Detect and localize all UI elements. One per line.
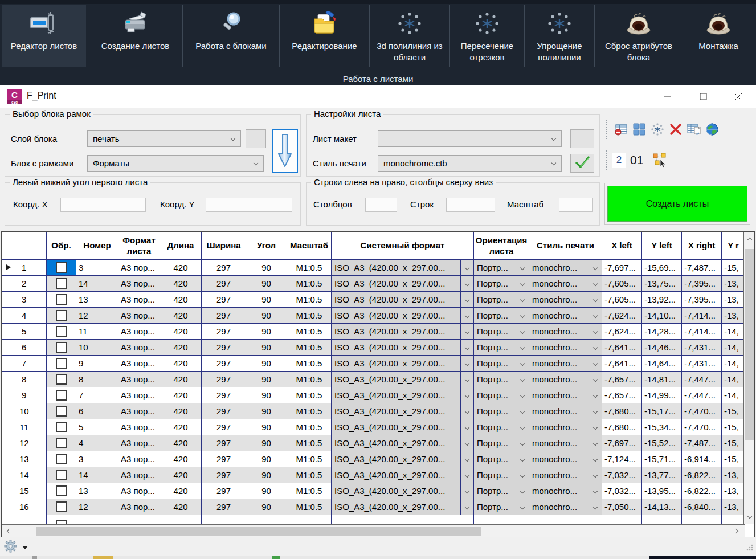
chevron-down-icon[interactable] bbox=[589, 356, 602, 371]
chevron-down-icon[interactable] bbox=[460, 483, 473, 499]
chevron-down-icon[interactable] bbox=[516, 467, 529, 483]
cell-print-style[interactable]: monochro... bbox=[529, 356, 602, 372]
chevron-down-icon[interactable] bbox=[516, 340, 529, 355]
cell-print-style[interactable]: monochro... bbox=[529, 387, 602, 403]
chevron-down-icon[interactable] bbox=[460, 324, 473, 339]
cell-orientation[interactable]: Портр... bbox=[474, 260, 529, 276]
cell-scale[interactable]: М1:0.5 bbox=[287, 419, 332, 435]
cell-y-left[interactable]: -15,52... bbox=[642, 435, 682, 451]
cell-angle[interactable]: 90 bbox=[246, 324, 287, 340]
row-checkbox[interactable] bbox=[56, 422, 67, 432]
cell-orientation[interactable]: Портр... bbox=[474, 451, 529, 467]
cell-y-right[interactable]: -13, bbox=[722, 483, 745, 499]
table-vscrollbar[interactable] bbox=[743, 232, 754, 524]
chevron-down-icon[interactable] bbox=[589, 435, 602, 451]
checkbox-cell[interactable] bbox=[47, 340, 76, 356]
cell-x-left[interactable]: -7,032... bbox=[602, 467, 642, 483]
cell-x-left[interactable]: -7,050... bbox=[602, 499, 642, 515]
cell-format[interactable]: А3 пор... bbox=[118, 451, 160, 467]
cell-length[interactable]: 420 bbox=[160, 419, 202, 435]
chevron-down-icon[interactable] bbox=[460, 499, 473, 515]
cell-orientation[interactable]: Портр... bbox=[474, 324, 529, 340]
cell-x-left[interactable]: -7,641... bbox=[602, 356, 642, 372]
cell-scale[interactable]: М1:0.5 bbox=[287, 372, 332, 387]
cell-y-left[interactable]: -15,17... bbox=[642, 403, 682, 419]
cell-print-style[interactable]: monochro... bbox=[529, 499, 602, 515]
chevron-down-icon[interactable] bbox=[516, 499, 529, 515]
cell-nomer[interactable]: 11 bbox=[76, 324, 118, 340]
cell-print-style[interactable]: monochro... bbox=[529, 324, 602, 340]
apply-block-arrow-button[interactable] bbox=[272, 129, 298, 173]
resize-grip[interactable] bbox=[746, 544, 754, 554]
cell-system-format[interactable]: ISO_A3_(420.00_x_297.00... bbox=[332, 483, 474, 499]
cell-orientation[interactable]: Портр... bbox=[474, 387, 529, 403]
chevron-down-icon[interactable] bbox=[589, 276, 602, 291]
cell-length[interactable]: 420 bbox=[160, 483, 202, 499]
ribbon-button-1[interactable]: Создание листов bbox=[90, 5, 181, 67]
cell-y-left[interactable]: -13,95... bbox=[642, 483, 682, 499]
cell-length[interactable]: 420 bbox=[160, 324, 202, 340]
cell-x-left[interactable]: -7,624... bbox=[602, 324, 642, 340]
row-checkbox[interactable] bbox=[56, 438, 67, 448]
cell-x-right[interactable]: -7,470... bbox=[682, 419, 722, 435]
cell-width[interactable]: 297 bbox=[202, 403, 246, 419]
cell-x-left[interactable]: -7,657... bbox=[602, 387, 642, 403]
cell-width[interactable]: 297 bbox=[202, 467, 246, 483]
chevron-down-icon[interactable] bbox=[589, 292, 602, 307]
node-edit-icon[interactable] bbox=[652, 153, 667, 168]
cell-scale[interactable]: М1:0.5 bbox=[287, 499, 332, 515]
cell-nomer[interactable]: 13 bbox=[76, 292, 118, 308]
row-header-cell[interactable]: 3 bbox=[2, 292, 47, 308]
chevron-down-icon[interactable] bbox=[589, 387, 602, 403]
cell-system-format[interactable]: ISO_A3_(420.00_x_297.00... bbox=[332, 324, 474, 340]
cell-scale[interactable]: М1:0.5 bbox=[287, 260, 332, 276]
checkbox-cell[interactable] bbox=[47, 260, 76, 276]
chevron-down-icon[interactable] bbox=[460, 435, 473, 451]
column-header-Длина[interactable]: Длина bbox=[160, 232, 202, 260]
cell-print-style[interactable]: monochro... bbox=[529, 403, 602, 419]
cell-format[interactable]: А3 пор... bbox=[118, 260, 160, 276]
row-checkbox[interactable] bbox=[56, 374, 67, 385]
scroll-right-arrow[interactable] bbox=[730, 525, 742, 537]
row-checkbox[interactable] bbox=[56, 262, 67, 273]
cell-nomer[interactable]: 14 bbox=[76, 276, 118, 292]
row-checkbox[interactable] bbox=[56, 501, 67, 512]
chevron-down-icon[interactable] bbox=[460, 372, 473, 387]
cell-angle[interactable]: 90 bbox=[246, 276, 287, 292]
cell-x-left[interactable]: -7,657... bbox=[602, 372, 642, 387]
cell-length[interactable]: 420 bbox=[160, 467, 202, 483]
chevron-down-icon[interactable] bbox=[460, 340, 473, 355]
column-header-Системный формат[interactable]: Системный формат bbox=[332, 232, 474, 260]
cell-print-style[interactable]: monochro... bbox=[529, 419, 602, 435]
cell-nomer[interactable]: 8 bbox=[76, 372, 118, 387]
cell-angle[interactable]: 90 bbox=[246, 340, 287, 356]
cell-scale[interactable]: М1:0.5 bbox=[287, 356, 332, 372]
chevron-down-icon[interactable] bbox=[589, 403, 602, 419]
cell-orientation[interactable]: Портр... bbox=[474, 356, 529, 372]
cell-orientation[interactable]: Портр... bbox=[474, 403, 529, 419]
globe-icon[interactable] bbox=[705, 122, 720, 137]
frame-block-combo[interactable]: Форматы bbox=[87, 155, 264, 172]
titlebar[interactable]: Cc3d F_Print bbox=[0, 85, 756, 108]
cell-length[interactable]: 420 bbox=[160, 308, 202, 324]
cell-print-style[interactable]: monochro... bbox=[529, 340, 602, 356]
cell-width[interactable]: 297 bbox=[202, 308, 246, 324]
cell-orientation[interactable]: Портр... bbox=[474, 372, 529, 387]
chevron-down-icon[interactable] bbox=[589, 451, 602, 467]
cell-x-left[interactable]: -7,697... bbox=[602, 260, 642, 276]
row-header-cell[interactable]: 12 bbox=[2, 435, 47, 451]
columns-input[interactable] bbox=[365, 198, 397, 212]
chevron-down-icon[interactable] bbox=[460, 356, 473, 371]
cell-x-right[interactable]: -7,431... bbox=[682, 340, 722, 356]
row-header-cell[interactable]: 13 bbox=[2, 451, 47, 467]
cell-y-right[interactable]: -13, bbox=[722, 499, 745, 515]
apply-style-button[interactable] bbox=[570, 154, 594, 173]
checkbox-cell[interactable] bbox=[47, 419, 76, 435]
chevron-down-icon[interactable] bbox=[460, 419, 473, 435]
cell-orientation[interactable]: Портр... bbox=[474, 292, 529, 308]
cell-format[interactable]: А3 пор... bbox=[118, 403, 160, 419]
cell-x-left[interactable]: -7,605... bbox=[602, 292, 642, 308]
chevron-down-icon[interactable] bbox=[516, 419, 529, 435]
cell-x-right[interactable]: -7,395... bbox=[682, 292, 722, 308]
cell-width[interactable]: 297 bbox=[202, 292, 246, 308]
